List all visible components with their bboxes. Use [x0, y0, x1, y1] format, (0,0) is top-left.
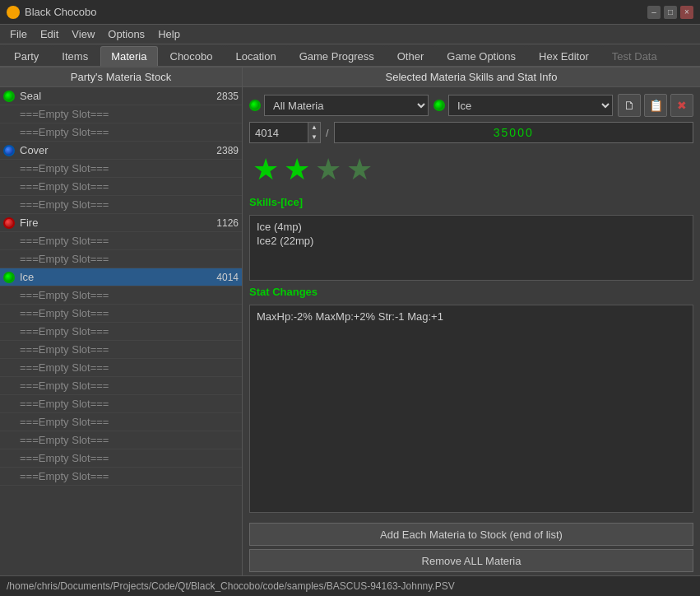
list-item[interactable]: ===Empty Slot=== — [0, 250, 242, 268]
materia-name: ===Empty Slot=== — [20, 162, 239, 175]
menu-view[interactable]: View — [65, 26, 101, 42]
list-item[interactable]: ===Empty Slot=== — [0, 160, 242, 178]
materia-icon — [3, 217, 15, 229]
materia-name: ===Empty Slot=== — [20, 361, 239, 374]
star-4: ★ — [346, 155, 373, 184]
list-item[interactable]: ===Empty Slot=== — [0, 286, 242, 305]
list-item[interactable]: ===Empty Slot=== — [0, 232, 242, 250]
list-item[interactable]: ===Empty Slot=== — [0, 123, 242, 142]
right-content: All Materia Ice 🗋 📋 ✖ — [243, 87, 700, 519]
action-icons: 🗋 📋 ✖ — [618, 94, 693, 117]
materia-name: ===Empty Slot=== — [20, 434, 239, 446]
list-item[interactable]: ===Empty Slot=== — [0, 323, 242, 341]
close-button[interactable]: × — [680, 6, 693, 19]
tab-location[interactable]: Location — [225, 46, 287, 66]
list-item[interactable]: Ice4014 — [0, 268, 242, 286]
filter-materia-icon — [249, 100, 261, 111]
remove-materia-button[interactable]: Remove ALL Materia — [249, 549, 693, 572]
action-paste-button[interactable]: 📋 — [644, 94, 667, 117]
right-panel: Selected Materia Skills and Stat Info Al… — [243, 68, 700, 575]
materia-name: ===Empty Slot=== — [20, 343, 239, 356]
materia-dropdown[interactable]: Ice — [448, 95, 613, 116]
materia-name: ===Empty Slot=== — [20, 108, 239, 120]
materia-name: ===Empty Slot=== — [20, 289, 239, 301]
list-item[interactable]: ===Empty Slot=== — [0, 413, 242, 431]
materia-name: ===Empty Slot=== — [20, 235, 239, 247]
menubar: File Edit View Options Help — [0, 25, 700, 44]
titlebar: Black Chocobo – □ × — [0, 0, 700, 25]
menu-file[interactable]: File — [3, 26, 34, 42]
materia-ap: 2389 — [202, 145, 239, 156]
list-item[interactable]: ===Empty Slot=== — [0, 341, 242, 359]
stars-row: ★ ★ ★ ★ — [249, 148, 693, 191]
materia-name: Cover — [20, 144, 202, 156]
filter-dropdown[interactable]: All Materia — [264, 95, 429, 116]
status-text: /home/chris/Documents/Projects/Code/Qt/B… — [7, 580, 455, 592]
materia-name: Seal — [20, 90, 202, 102]
ap-increment-button[interactable]: ▲ — [308, 123, 320, 133]
ap-max-value: 35000 — [494, 126, 534, 139]
minimize-button[interactable]: – — [647, 6, 661, 19]
materia-ap: 1126 — [202, 217, 239, 229]
ap-row: ▲ ▼ / 35000 — [249, 122, 693, 143]
bottom-buttons: Add Each Materia to Stock (end of list) … — [243, 519, 700, 575]
ap-decrement-button[interactable]: ▼ — [308, 133, 320, 142]
materia-icon — [3, 91, 15, 102]
tab-items[interactable]: Items — [51, 46, 99, 66]
left-panel: Party's Materia Stock Seal2835===Empty S… — [0, 68, 243, 575]
right-panel-title: Selected Materia Skills and Stat Info — [243, 68, 700, 87]
list-item[interactable]: ===Empty Slot=== — [0, 196, 242, 214]
list-item[interactable]: ===Empty Slot=== — [0, 105, 242, 123]
action-clear-button[interactable]: ✖ — [670, 94, 693, 117]
materia-icon — [3, 272, 15, 283]
star-1: ★ — [253, 155, 279, 184]
list-item[interactable]: Cover2389 — [0, 142, 242, 160]
tab-test-data: Test Data — [601, 46, 668, 66]
materia-name: ===Empty Slot=== — [20, 180, 239, 193]
tab-hex-editor[interactable]: Hex Editor — [528, 46, 600, 66]
materia-list[interactable]: Seal2835===Empty Slot======Empty Slot===… — [0, 87, 242, 575]
menu-help[interactable]: Help — [151, 26, 187, 42]
ap-input[interactable] — [250, 127, 308, 139]
materia-name: ===Empty Slot=== — [20, 470, 239, 482]
menu-options[interactable]: Options — [101, 26, 151, 42]
tab-chocobo[interactable]: Chocobo — [160, 46, 224, 66]
tab-materia[interactable]: Materia — [100, 46, 157, 66]
list-item[interactable]: ===Empty Slot=== — [0, 377, 242, 395]
list-item[interactable]: ===Empty Slot=== — [0, 178, 242, 196]
tab-party[interactable]: Party — [3, 46, 49, 66]
statusbar: /home/chris/Documents/Projects/Code/Qt/B… — [0, 575, 700, 596]
list-item[interactable]: ===Empty Slot=== — [0, 305, 242, 323]
list-item[interactable]: ===Empty Slot=== — [0, 468, 242, 486]
materia-name: ===Empty Slot=== — [20, 398, 239, 410]
list-item[interactable]: Fire1126 — [0, 214, 242, 232]
star-3: ★ — [315, 155, 341, 184]
list-item[interactable]: Seal2835 — [0, 87, 242, 105]
materia-name: ===Empty Slot=== — [20, 452, 239, 464]
titlebar-left: Black Chocobo — [7, 6, 96, 19]
stat-changes-box: MaxHp:-2% MaxMp:+2% Str:-1 Mag:+1 — [249, 305, 693, 513]
tab-other[interactable]: Other — [387, 46, 435, 66]
list-item[interactable]: ===Empty Slot=== — [0, 395, 242, 413]
tab-game-options[interactable]: Game Options — [436, 46, 526, 66]
maximize-button[interactable]: □ — [664, 6, 677, 19]
skill-item-2: Ice2 (22mp) — [257, 235, 686, 247]
materia-icon — [3, 145, 15, 156]
menu-edit[interactable]: Edit — [34, 26, 65, 42]
app-title: Black Chocobo — [25, 6, 96, 18]
materia-name: ===Empty Slot=== — [20, 198, 239, 211]
tab-game-progress[interactable]: Game Progress — [289, 46, 385, 66]
skill-item-1: Ice (4mp) — [257, 221, 686, 233]
materia-select-icon — [433, 100, 445, 111]
materia-name: ===Empty Slot=== — [20, 253, 239, 265]
list-item[interactable]: ===Empty Slot=== — [0, 449, 242, 468]
action-copy-button[interactable]: 🗋 — [618, 94, 641, 117]
add-materia-button[interactable]: Add Each Materia to Stock (end of list) — [249, 523, 693, 546]
list-item[interactable]: ===Empty Slot=== — [0, 359, 242, 377]
skills-box: Ice (4mp) Ice2 (22mp) — [249, 215, 693, 281]
left-panel-title: Party's Materia Stock — [0, 68, 242, 87]
list-item[interactable]: ===Empty Slot=== — [0, 431, 242, 449]
ap-spinners: ▲ ▼ — [308, 123, 320, 142]
skills-label: Skills-[Ice] — [249, 196, 693, 208]
materia-name: Ice — [20, 271, 202, 283]
